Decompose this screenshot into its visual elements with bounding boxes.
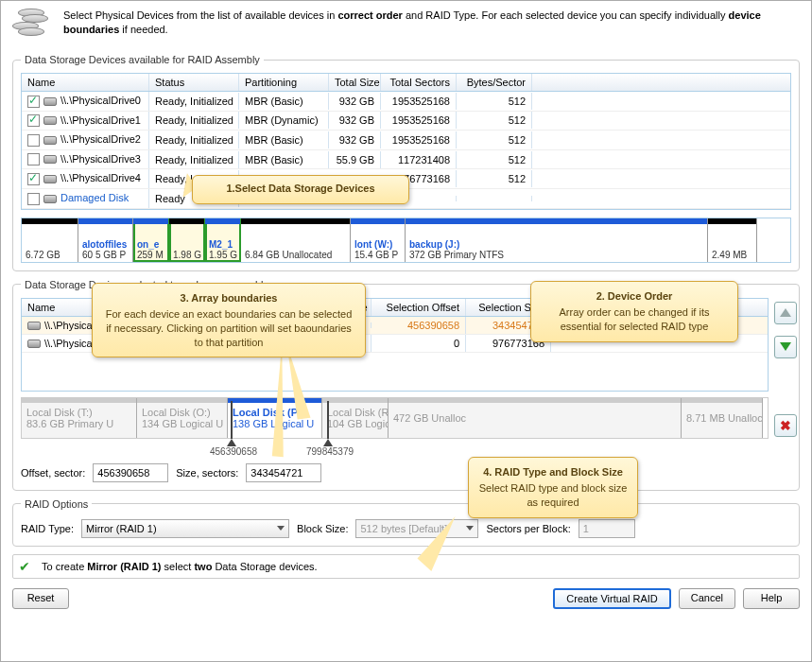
reset-button[interactable]: Reset [12, 588, 69, 609]
cell-status: Ready, Initialized [149, 112, 239, 129]
cell-partitioning: MBR (Dynamic) [239, 112, 329, 129]
table-row[interactable]: \\.\PhysicalDrive1 Ready, Initialized MB… [22, 112, 790, 131]
available-devices-legend: Data Storage Devices available for RAID … [21, 54, 264, 65]
cell-selection-offset: 0 [371, 335, 466, 352]
partition-segment[interactable]: M2_11.95 G [205, 218, 241, 262]
partition-segment[interactable]: alotoffiles60 5 GB P [78, 218, 133, 262]
boundary-segment[interactable]: Local Disk (T:)83.6 GB Primary U [22, 398, 137, 438]
col-status[interactable]: Status [149, 74, 239, 91]
cell-partitioning: MBR (Basic) [239, 93, 329, 110]
row-checkbox[interactable] [27, 153, 40, 166]
device-name: \\.\PhysicalDrive0 [60, 95, 141, 106]
callout-3: 3. Array boundaries For each device an e… [92, 283, 366, 357]
hdd-icon [43, 155, 57, 164]
partition-segment[interactable]: 6.72 GB [22, 218, 78, 262]
arrow-up-icon [780, 308, 791, 317]
partition-segment[interactable]: backup (J:)372 GB Primary NTFS [406, 218, 708, 262]
device-name: \\.\PhysicalDrive4 [60, 172, 141, 183]
boundary-bar[interactable]: Local Disk (T:)83.6 GB Primary ULocal Di… [21, 397, 769, 439]
instruction-text: Select Physical Devices from the list of… [63, 9, 800, 41]
hdd-icon [27, 340, 41, 348]
hdd-icon [27, 322, 41, 330]
cell-total-sectors: 1953525168 [381, 112, 457, 129]
row-checkbox[interactable] [27, 114, 40, 127]
hdd-icon [43, 116, 57, 125]
handle-left-value: 456390658 [210, 446, 257, 457]
help-button[interactable]: Help [743, 588, 800, 609]
col-name[interactable]: Name [22, 74, 149, 91]
boundary-handles: 456390658 799845379 [21, 439, 769, 454]
row-checkbox[interactable] [27, 193, 40, 205]
instruction-header: Select Physical Devices from the list of… [1, 1, 811, 50]
col-total-size[interactable]: Total Size [329, 74, 381, 91]
table-row[interactable]: \\.\PhysicalDrive3 Ready, Initialized MB… [22, 150, 790, 170]
cell-bytes-sector [457, 196, 532, 201]
check-icon: ✔ [19, 559, 34, 574]
cancel-button[interactable]: Cancel [679, 588, 735, 609]
button-bar: Reset Create Virtual RAID Cancel Help [1, 583, 811, 618]
partition-segment[interactable]: 1.98 G [169, 218, 205, 262]
grid-header[interactable]: Name Status Partitioning Total Size Tota… [22, 74, 790, 92]
col-bytes-sector[interactable]: Bytes/Sector [457, 74, 532, 91]
partition-segment[interactable]: on_e259 M [133, 218, 169, 262]
partition-segment[interactable]: 6.84 GB Unallocated [241, 218, 351, 262]
move-down-button[interactable] [774, 336, 797, 358]
partition-segment[interactable]: 2.49 MB [708, 218, 757, 262]
raid-options-legend: RAID Options [21, 498, 92, 510]
hdd-icon [43, 195, 57, 203]
offset-label: Offset, sector: [21, 467, 85, 479]
cell-status: Ready, Initialized [149, 93, 239, 110]
cell-total-size: 55.9 GB [329, 151, 381, 168]
status-bar: ✔ To create Mirror (RAID 1) select two D… [12, 554, 800, 579]
col-selection-offset[interactable]: Selection Offset [371, 299, 466, 316]
partition-bar[interactable]: 6.72 GBalotoffiles60 5 GB Pon_e259 M1.98… [21, 218, 791, 263]
cell-total-size: 932 GB [329, 93, 381, 110]
hdd-icon [43, 136, 57, 145]
partition-segment[interactable]: lont (W:)15.4 GB P [351, 218, 406, 262]
block-size-label: Block Size: [297, 523, 348, 534]
cell-status: Ready, Initialized [149, 151, 239, 168]
cell-partitioning: MBR (Basic) [239, 151, 329, 168]
close-icon: ✖ [780, 418, 791, 433]
device-name: \\.\PhysicalDrive2 [60, 133, 141, 145]
row-checkbox[interactable] [27, 134, 40, 147]
move-up-button[interactable] [774, 302, 797, 324]
cell-bytes-sector: 512 [457, 170, 532, 187]
raid-options-group: RAID Options RAID Type: Mirror (RAID 1) … [12, 498, 800, 547]
device-name[interactable]: Damaged Disk [60, 192, 129, 203]
row-checkbox[interactable] [27, 96, 40, 108]
boundary-segment[interactable]: Local Disk (O:)134 GB Logical U [137, 398, 228, 438]
cell-bytes-sector: 512 [457, 112, 532, 129]
boundary-segment[interactable]: 472 GB Unalloc [389, 398, 682, 438]
arrow-down-icon [780, 342, 791, 351]
col-partitioning[interactable]: Partitioning [239, 74, 329, 91]
callout-1: 1.Select Data Storage Devices [192, 175, 409, 204]
table-row[interactable]: \\.\PhysicalDrive2 Ready, Initialized MB… [22, 131, 790, 150]
cell-bytes-sector: 512 [457, 151, 532, 168]
sectors-per-block-input [579, 519, 635, 538]
size-label: Size, sectors: [176, 467, 238, 479]
device-name: \\.\PhysicalDrive3 [60, 153, 141, 165]
cell-total-sectors: 1953525168 [381, 131, 457, 148]
table-row[interactable]: \\.\PhysicalDrive0 Ready, Initialized MB… [22, 92, 790, 112]
remove-button[interactable]: ✖ [774, 414, 797, 437]
cell-total-sectors: 117231408 [381, 151, 457, 168]
raid-type-combo[interactable]: Mirror (RAID 1) [81, 519, 289, 538]
boundary-segment[interactable]: 8.71 MB Unalloc [682, 398, 763, 438]
sectors-per-block-label: Sectors per Block: [486, 523, 570, 534]
create-virtual-raid-button[interactable]: Create Virtual RAID [553, 588, 670, 609]
callout-2: 2. Device Order Array order can be chang… [530, 281, 738, 342]
cell-total-sectors: 1953525168 [381, 93, 457, 110]
col-total-sectors[interactable]: Total Sectors [381, 74, 457, 91]
cell-total-size: 932 GB [329, 112, 381, 129]
offset-input[interactable] [93, 463, 168, 482]
cell-status: Ready, Initialized [149, 131, 239, 148]
cell-partitioning: MBR (Basic) [239, 131, 329, 148]
disk-stack-icon [12, 9, 54, 41]
cell-bytes-sector: 512 [457, 93, 532, 110]
size-input[interactable] [246, 463, 321, 482]
callout-4: 4. RAID Type and Block Size Select RAID … [468, 457, 638, 518]
row-checkbox[interactable] [27, 173, 40, 185]
hdd-icon [43, 175, 57, 183]
boundary-segment[interactable]: Local Disk (R:)104 GB Logical [322, 398, 389, 438]
